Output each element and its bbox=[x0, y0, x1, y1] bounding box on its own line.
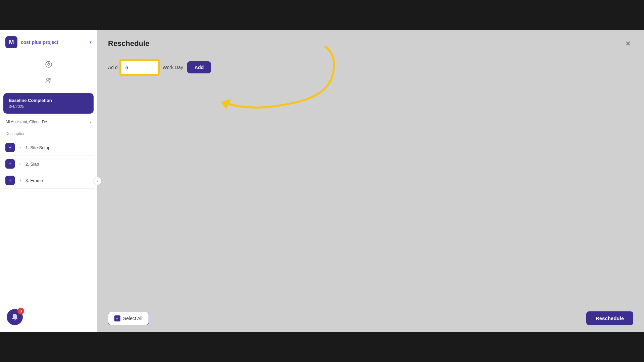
notification-area: 3 bbox=[7, 309, 23, 325]
task-3-expand-icon[interactable]: › bbox=[17, 178, 23, 183]
select-all-checkbox-icon: ✓ bbox=[114, 315, 120, 321]
modal-body: Ad d Work Day Add bbox=[97, 54, 644, 306]
select-all-btn[interactable]: ✓ Select All bbox=[108, 312, 149, 325]
baseline-title: Baseline Completion bbox=[9, 98, 88, 103]
baseline-card: Baseline Completion 3/4/2025 bbox=[3, 93, 94, 114]
select-all-label: Select All bbox=[123, 316, 143, 321]
add-action-btn[interactable]: Add bbox=[187, 61, 211, 73]
task-1-name: 1. Site Setup bbox=[25, 145, 50, 150]
sidebar-collapse-btn[interactable]: › bbox=[93, 177, 101, 185]
add-label: Ad d bbox=[108, 65, 118, 70]
task-3-name: 3. Frame bbox=[25, 178, 43, 183]
project-name: cost plus project bbox=[21, 40, 86, 45]
notification-icon bbox=[11, 313, 19, 321]
baseline-date: 3/4/2025 bbox=[9, 104, 88, 109]
modal-footer: ✓ Select All Reschedule bbox=[97, 306, 644, 332]
nav-team[interactable] bbox=[42, 74, 55, 87]
nav-dashboard[interactable] bbox=[42, 58, 55, 71]
team-icon bbox=[45, 77, 52, 84]
add-task-3-btn[interactable]: + bbox=[5, 176, 15, 185]
filter-chevron-icon: ▾ bbox=[90, 120, 92, 124]
svg-point-4 bbox=[49, 78, 51, 80]
sidebar-header: M cost plus project ▾ bbox=[0, 30, 97, 54]
task-item-3: + › 3. Frame bbox=[3, 172, 94, 189]
task-item-2: + › 2. Slab bbox=[3, 156, 94, 172]
add-days-row: Ad d Work Day Add bbox=[108, 60, 633, 75]
table-header: Description bbox=[0, 128, 97, 139]
dashboard-icon bbox=[45, 61, 52, 68]
notification-badge: 3 bbox=[17, 308, 24, 314]
modal-container: Reschedule ✕ Ad d Work Day Add bbox=[97, 30, 644, 332]
days-input[interactable] bbox=[123, 61, 156, 73]
task-2-expand-icon[interactable]: › bbox=[17, 162, 23, 166]
sidebar-nav bbox=[0, 54, 97, 90]
notification-btn[interactable]: 3 bbox=[7, 309, 23, 325]
modal-overlay: Reschedule ✕ Ad d Work Day Add bbox=[97, 30, 644, 332]
modal-divider bbox=[108, 82, 633, 82]
task-item-1: + › 1. Site Setup bbox=[3, 139, 94, 156]
task-1-expand-icon[interactable]: › bbox=[17, 145, 23, 150]
task-list: + › 1. Site Setup + › 2. Slab + › 3. Fra… bbox=[0, 139, 97, 189]
reschedule-btn[interactable]: Reschedule bbox=[586, 311, 633, 325]
svg-point-1 bbox=[48, 63, 50, 65]
svg-point-3 bbox=[46, 78, 49, 81]
add-task-1-btn[interactable]: + bbox=[5, 143, 15, 152]
sidebar: M cost plus project ▾ bbox=[0, 30, 97, 332]
filter-row[interactable]: All Assistant, Client, De... ▾ bbox=[0, 116, 97, 128]
add-task-2-btn[interactable]: + bbox=[5, 159, 15, 169]
app-logo: M bbox=[5, 36, 17, 48]
task-2-name: 2. Slab bbox=[25, 162, 39, 167]
work-days-label: Work Day bbox=[163, 65, 183, 70]
modal-close-btn[interactable]: ✕ bbox=[623, 38, 633, 49]
filter-label: All Assistant, Client, De... bbox=[5, 120, 87, 124]
days-input-wrapper bbox=[120, 60, 159, 75]
modal-title: Reschedule bbox=[108, 39, 150, 48]
modal-header: Reschedule ✕ bbox=[97, 30, 644, 54]
project-dropdown-icon[interactable]: ▾ bbox=[90, 40, 92, 45]
